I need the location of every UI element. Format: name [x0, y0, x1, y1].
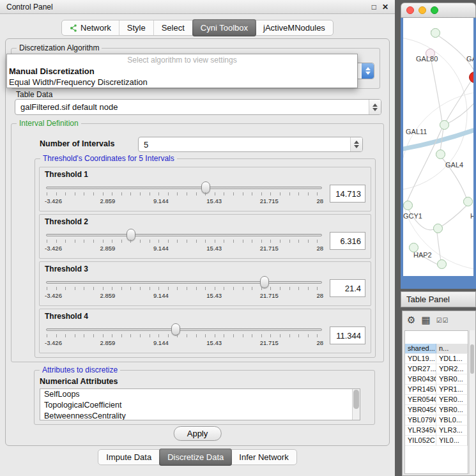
network-node[interactable]: [437, 259, 447, 269]
tab-discretize-data[interactable]: Discretize Data: [159, 449, 232, 466]
thresholds-group-title: Threshold's Coordinates for 5 Intervals: [40, 154, 177, 163]
slider-track[interactable]: [46, 187, 322, 189]
tab-infer-network[interactable]: Infer Network: [231, 450, 296, 464]
table-cell[interactable]: YIL0...: [436, 436, 468, 445]
table-cell[interactable]: YBR0...: [436, 405, 468, 415]
tab-select[interactable]: Select: [154, 20, 193, 35]
slider-scale: -3.4262.8599.14415.4321.71528: [45, 245, 323, 252]
attributes-to-discretize-group: Attributes to discretize Numerical Attri…: [34, 370, 375, 425]
table-row[interactable]: YER054CYER0...: [405, 395, 468, 405]
table-data-value: galFiltered.sif default node: [20, 102, 118, 112]
table-row[interactable]: YBL079WYBL0...: [405, 415, 468, 426]
network-node[interactable]: [431, 28, 440, 38]
apply-button[interactable]: Apply: [174, 426, 222, 441]
table-cell[interactable]: YBR043C: [405, 374, 436, 384]
table-cell[interactable]: YDR27...: [405, 364, 436, 374]
table-cell[interactable]: YPR1...: [436, 385, 468, 394]
table-cell[interactable]: YLR345W: [405, 426, 436, 435]
combobox-stepper-icon[interactable]: [369, 100, 381, 114]
column-header-name[interactable]: n...: [436, 344, 468, 353]
slider-track[interactable]: [46, 281, 322, 284]
table-cell[interactable]: YER0...: [436, 395, 468, 404]
table-row[interactable]: YPR145WYPR1...: [405, 385, 468, 395]
threshold-2-slider[interactable]: -3.4262.8599.14415.4321.71528: [45, 227, 323, 255]
node-label: GAL11: [406, 128, 427, 135]
dropdown-option-equal-width-frequency[interactable]: Equal Width/Frequency Discretization: [7, 77, 357, 88]
table-row[interactable]: YBR043CYBR0...: [405, 374, 468, 385]
threshold-3-value-field[interactable]: 21.4: [330, 279, 365, 297]
list-scrollbar[interactable]: [352, 389, 360, 420]
table-cell[interactable]: YBL079W: [405, 415, 436, 425]
columns-icon[interactable]: ▦: [421, 314, 430, 326]
table-panel: ⚙ ▦ ☑☑ shared... n... YDL19...YDL1... YD…: [402, 311, 476, 476]
table-row[interactable]: YDR27...YDR2...: [405, 364, 468, 374]
table-cell[interactable]: YDL19...: [405, 354, 436, 364]
float-window-icon[interactable]: □: [372, 3, 376, 12]
tab-style[interactable]: Style: [119, 20, 154, 35]
table-cell[interactable]: YBL0...: [436, 415, 468, 425]
combobox-stepper-icon[interactable]: [362, 63, 374, 79]
table-cell[interactable]: YPR145W: [405, 385, 436, 394]
table-cell[interactable]: YBR0...: [436, 374, 468, 384]
threshold-3-slider[interactable]: -3.4262.8599.14415.4321.71528: [45, 274, 323, 302]
dropdown-option-manual-discretization[interactable]: Manual Discretization: [7, 66, 357, 77]
network-node[interactable]: [433, 224, 443, 233]
table-cell[interactable]: YDL1...: [436, 354, 468, 364]
threshold-4-value-field[interactable]: 11.344: [330, 326, 365, 344]
slider-ticks: [47, 287, 321, 290]
list-item[interactable]: SelfLoops: [40, 389, 360, 400]
threshold-1-value-field[interactable]: 14.713: [330, 185, 365, 203]
network-canvas[interactable]: GAL80 GA GAL11 GAL4 GCY1 H HAP2: [403, 18, 473, 273]
numerical-attributes-label: Numerical Attributes: [40, 377, 118, 386]
table-cell[interactable]: YBR045C: [405, 405, 436, 415]
threshold-1-slider[interactable]: -3.4262.8599.14415.4321.71528: [45, 180, 323, 208]
combobox-stepper-icon[interactable]: [350, 137, 362, 151]
node-label: GA: [466, 55, 473, 63]
list-item[interactable]: TopologicalCoefficient: [40, 400, 360, 411]
threshold-2-value-field[interactable]: 6.316: [330, 232, 365, 250]
table-cell[interactable]: YDR2...: [436, 364, 468, 374]
table-cell[interactable]: YIL052C: [405, 436, 436, 445]
slider-track[interactable]: [46, 328, 322, 331]
column-header-shared-name[interactable]: shared...: [405, 344, 436, 353]
tab-network[interactable]: Network: [62, 20, 119, 35]
slider-ticks: [47, 334, 321, 337]
gear-icon[interactable]: ⚙: [407, 314, 415, 326]
tab-impute-data[interactable]: Impute Data: [98, 450, 160, 464]
control-panel-titlebar: Control Panel □ ✕: [0, 0, 395, 14]
threshold-4-panel: Threshold 4 -3.4262.8599.14415.4321.7152…: [39, 309, 371, 353]
window-title: Control Panel: [6, 3, 53, 12]
number-of-intervals-value: 5: [144, 140, 148, 150]
minimize-traffic-light-icon[interactable]: [418, 6, 426, 14]
list-item[interactable]: BetweennessCentrality: [40, 411, 360, 420]
select-all-icon[interactable]: ☑☑: [436, 317, 449, 324]
table-cell[interactable]: YER054C: [405, 395, 436, 404]
numerical-attributes-list[interactable]: SelfLoops TopologicalCoefficient Between…: [40, 388, 360, 420]
close-icon[interactable]: ✕: [382, 3, 388, 12]
table-panel-header: Table Panel: [401, 291, 476, 307]
table-row[interactable]: YIL052CYIL0...: [405, 436, 468, 446]
table-row[interactable]: YDL19...YDL1...: [405, 354, 468, 364]
scrollbar-thumb[interactable]: [470, 344, 474, 374]
threshold-4-slider[interactable]: -3.4262.8599.14415.4321.71528: [45, 321, 323, 349]
threshold-2-panel: Threshold 2 -3.4262.8599.14415.4321.7152…: [39, 214, 371, 259]
network-view-window: GAL80 GA GAL11 GAL4 GCY1 H HAP2: [401, 3, 476, 289]
table-row[interactable]: YBR045CYBR0...: [405, 405, 468, 415]
network-node[interactable]: [403, 201, 413, 210]
network-node[interactable]: [440, 120, 449, 130]
zoom-traffic-light-icon[interactable]: [431, 6, 438, 14]
table-row[interactable]: YLR345WYLR3...: [405, 426, 468, 436]
network-node[interactable]: [463, 197, 473, 206]
table-data-combobox[interactable]: galFiltered.sif default node: [15, 99, 381, 115]
tab-jactivemnodules[interactable]: jActiveMNodules: [256, 20, 333, 35]
interval-definition-title: Interval Definition: [17, 119, 81, 128]
table-scrollbar[interactable]: [469, 330, 475, 474]
number-of-intervals-combobox[interactable]: 5: [138, 137, 363, 152]
tab-cyni-toolbox[interactable]: Cyni Toolbox: [192, 19, 256, 36]
slider-track[interactable]: [46, 234, 322, 236]
scrollbar-thumb[interactable]: [353, 390, 359, 409]
network-node[interactable]: [436, 150, 445, 159]
table-cell[interactable]: YLR3...: [436, 426, 468, 435]
close-traffic-light-icon[interactable]: [406, 6, 414, 14]
node-label: GAL80: [416, 55, 438, 63]
